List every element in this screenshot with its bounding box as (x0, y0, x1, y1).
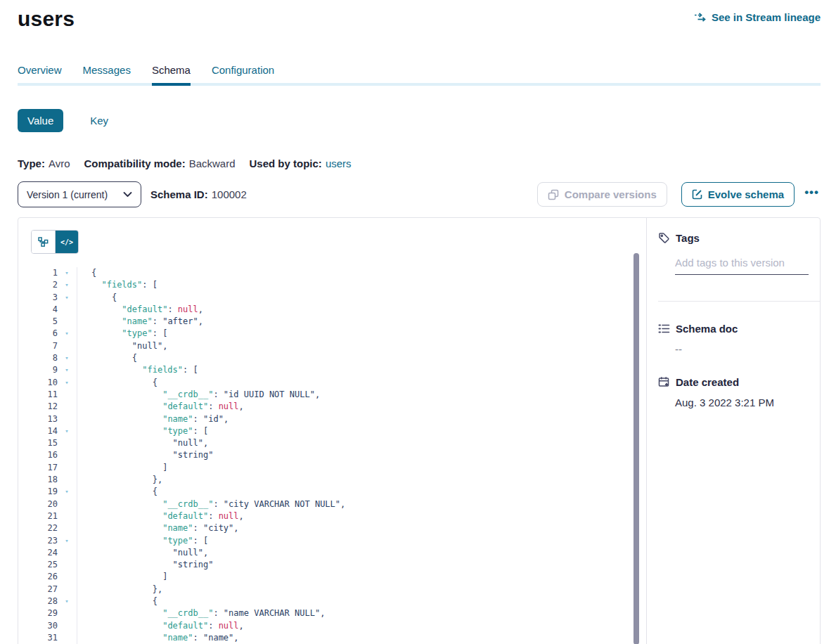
code-gutter: 5 (31, 316, 77, 328)
more-actions-button[interactable]: ••• (803, 183, 821, 205)
code-gutter: 19▾ (31, 486, 77, 498)
schema-type-label: Type: (18, 157, 45, 169)
line-number: 14 (31, 425, 58, 437)
schema-doc-heading: Schema doc (658, 323, 809, 335)
code-gutter: 27 (31, 584, 77, 595)
fold-toggle-icon[interactable]: ▾ (58, 267, 76, 279)
tab-messages[interactable]: Messages (83, 64, 131, 86)
chevron-down-icon (123, 191, 132, 198)
code-gutter: 7 (31, 340, 77, 352)
schema-meta-row: Type:Avro Compatibility mode:Backward Us… (18, 157, 836, 169)
code-gutter: 25 (31, 559, 77, 571)
schema-type: Type:Avro (18, 157, 70, 169)
fold-toggle-icon[interactable]: ▾ (58, 328, 76, 340)
compare-versions-button[interactable]: Compare versions (537, 182, 667, 207)
stream-lineage-link[interactable]: See in Stream lineage (694, 11, 821, 23)
schema-sidebar: Tags Schema doc -- (646, 218, 820, 644)
fold-toggle-icon (58, 620, 76, 632)
date-created-title: Date created (676, 376, 739, 388)
code-text: "type": [ (77, 328, 167, 340)
code-text: "null", (77, 437, 208, 449)
fold-toggle-icon[interactable]: ▾ (58, 425, 76, 437)
line-number: 24 (31, 547, 58, 559)
code-gutter: 30 (31, 620, 77, 632)
code-text: }, (77, 474, 162, 486)
code-line: 30 "default": null, (31, 620, 646, 632)
fold-toggle-icon (58, 413, 76, 425)
line-number: 11 (31, 389, 58, 401)
code-text: "fields": [ (77, 279, 157, 291)
fold-toggle-icon[interactable]: ▾ (58, 292, 76, 304)
code-line: 21 "default": null, (31, 510, 646, 522)
code-gutter: 29 (31, 607, 77, 619)
tag-icon (658, 232, 670, 244)
code-line: 18 }, (31, 474, 646, 486)
version-select[interactable]: Version 1 (current) (18, 181, 141, 207)
code-pane: </> 1▾{2▾ "fields": [3▾ {4 "default": nu… (18, 218, 646, 644)
topic-link[interactable]: users (326, 157, 352, 169)
code-gutter: 24 (31, 547, 77, 559)
compare-versions-label: Compare versions (565, 188, 657, 200)
line-number: 17 (31, 462, 58, 474)
fold-toggle-icon (58, 340, 76, 352)
code-line: 1▾{ (31, 267, 646, 279)
code-gutter: 18 (31, 474, 77, 486)
fold-toggle-icon (58, 316, 76, 328)
line-number: 19 (31, 486, 58, 498)
line-number: 10 (31, 377, 58, 389)
evolve-schema-button[interactable]: Evolve schema (681, 182, 795, 207)
code-text: "type": [ (77, 535, 208, 547)
schema-type-value: Avro (49, 157, 70, 169)
value-toggle-button[interactable]: Value (18, 109, 63, 132)
compatibility-mode-label: Compatibility mode: (84, 157, 185, 169)
code-line: 12 "default": null, (31, 401, 646, 413)
code-text: "default": null, (77, 304, 203, 316)
fold-toggle-icon[interactable]: ▾ (58, 486, 76, 498)
code-gutter: 20 (31, 498, 77, 510)
schema-doc-title: Schema doc (676, 323, 738, 335)
version-bar: Version 1 (current) Schema ID:100002 Com… (18, 181, 821, 207)
fold-toggle-icon[interactable]: ▾ (58, 279, 76, 291)
fold-toggle-icon[interactable]: ▾ (58, 352, 76, 364)
fold-toggle-icon (58, 632, 76, 644)
value-key-toggle: Value Key (18, 109, 836, 132)
code-text: "default": null, (77, 401, 244, 413)
code-line: 11 "__crdb__": "id UUID NOT NULL", (31, 389, 646, 401)
calendar-icon (658, 376, 670, 388)
code-scrollbar[interactable] (634, 253, 639, 644)
code-gutter: 11 (31, 389, 77, 401)
code-line: 9▾ "fields": [ (31, 364, 646, 376)
code-line: 27 }, (31, 584, 646, 595)
code-gutter: 28▾ (31, 595, 77, 607)
fold-toggle-icon[interactable]: ▾ (58, 595, 76, 607)
schema-doc-value: -- (675, 343, 809, 355)
code-text: "string" (77, 559, 213, 571)
line-number: 28 (31, 595, 58, 607)
code-view-button[interactable]: </> (55, 231, 78, 253)
view-mode-toggle: </> (31, 230, 79, 254)
code-text: "__crdb__": "city VARCHAR NOT NULL", (77, 498, 345, 510)
tab-configuration[interactable]: Configuration (212, 64, 274, 86)
schema-doc-icon (658, 323, 670, 334)
code-line: 10▾ { (31, 377, 646, 389)
code-text: "name": "after", (77, 316, 203, 328)
fold-toggle-icon (58, 498, 76, 510)
code-gutter: 9▾ (31, 364, 77, 376)
code-gutter: 4 (31, 304, 77, 316)
fold-toggle-icon[interactable]: ▾ (58, 377, 76, 389)
code-line: 23▾ "type": [ (31, 535, 646, 547)
fold-toggle-icon[interactable]: ▾ (58, 535, 76, 547)
compare-versions-icon (548, 189, 559, 200)
tree-view-button[interactable] (32, 231, 55, 253)
code-line: 22 "name": "city", (31, 522, 646, 534)
code-line: 13 "name": "id", (31, 413, 646, 425)
tab-overview[interactable]: Overview (18, 64, 62, 86)
key-toggle-button[interactable]: Key (80, 109, 118, 132)
code-gutter: 6▾ (31, 328, 77, 340)
fold-toggle-icon[interactable]: ▾ (58, 364, 76, 376)
add-tags-input[interactable] (675, 255, 809, 275)
tab-bar: Overview Messages Schema Configuration (18, 64, 821, 86)
code-line: 25 "string" (31, 559, 646, 571)
code-line: 28▾ { (31, 595, 646, 607)
tab-schema[interactable]: Schema (152, 64, 191, 86)
